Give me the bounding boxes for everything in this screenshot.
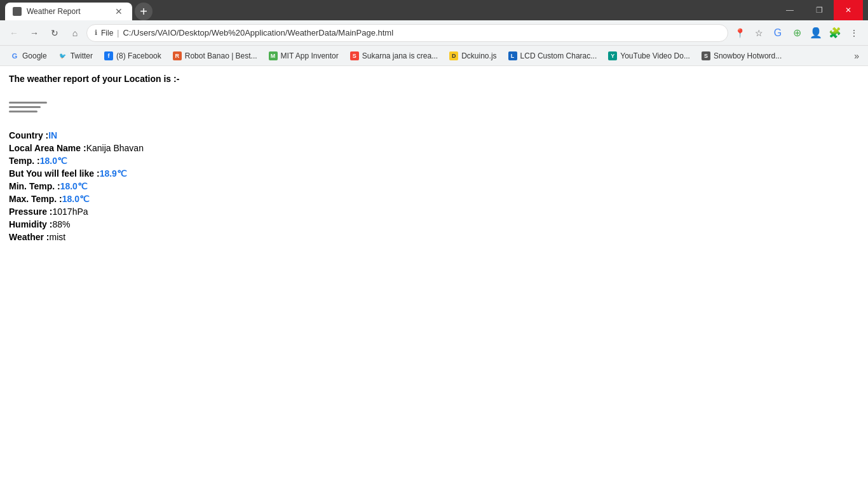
refresh-button[interactable]: ↻ <box>46 24 64 42</box>
humidity-value: 88% <box>52 219 70 229</box>
mist-line-2 <box>9 106 41 108</box>
new-tab-button[interactable]: + <box>135 3 153 20</box>
weather-row: Weather : mist <box>9 232 859 242</box>
temp-value: 18.0℃ <box>40 156 67 166</box>
facebook-favicon: f <box>104 51 113 60</box>
url-text: C:/Users/VAIO/Desktop/Web%20Application/… <box>123 28 720 37</box>
weather-label: Weather : <box>9 232 50 242</box>
bookmark-robotbanao-label: Robot Banao | Best... <box>185 51 257 60</box>
forward-button[interactable]: → <box>25 24 43 42</box>
google-favicon: G <box>10 51 19 60</box>
dckuino-favicon: D <box>449 51 458 60</box>
lcd-favicon: L <box>508 51 517 60</box>
back-button[interactable]: ← <box>5 24 23 42</box>
google-apps-button[interactable]: G <box>769 24 787 42</box>
page-content: The weather report of your Location is :… <box>0 66 868 488</box>
bookmark-facebook[interactable]: f (8) Facebook <box>99 48 166 64</box>
bookmark-lcd-label: LCD Custom Charac... <box>520 51 597 60</box>
area-label: Local Area Name : <box>9 143 86 153</box>
pressure-value: 1017hPa <box>52 207 88 217</box>
max-temp-value: 18.0℃ <box>62 194 90 204</box>
file-label: File <box>101 29 113 37</box>
bookmark-facebook-label: (8) Facebook <box>116 51 161 60</box>
bookmark-star-button[interactable]: ☆ <box>750 24 768 42</box>
tab-favicon <box>13 7 22 16</box>
min-temp-value: 18.0℃ <box>60 181 88 191</box>
temp-label: Temp. : <box>9 156 40 166</box>
tab-close-button[interactable]: ✕ <box>113 6 125 17</box>
min-temp-label: Min. Temp. : <box>9 181 60 191</box>
active-tab[interactable]: Weather Report ✕ <box>5 3 132 20</box>
bookmark-youtube-label: YouTube Video Do... <box>620 51 690 60</box>
feel-value: 18.9℃ <box>100 168 127 179</box>
url-bar[interactable]: ℹ File | C:/Users/VAIO/Desktop/Web%20App… <box>86 24 728 42</box>
bookmark-snowboy-label: Snowboy Hotword... <box>714 51 782 60</box>
mist-icon <box>9 97 859 118</box>
youtube-favicon: Y <box>608 51 617 60</box>
bookmark-snowboy[interactable]: S Snowboy Hotword... <box>696 48 787 64</box>
restore-button[interactable]: ❐ <box>804 0 834 20</box>
close-button[interactable]: ✕ <box>834 0 863 20</box>
max-temp-label: Max. Temp. : <box>9 194 62 204</box>
mist-line-3 <box>9 111 37 112</box>
mit-favicon: M <box>269 51 278 60</box>
info-icon: ℹ <box>95 29 97 37</box>
menu-button[interactable]: ⋮ <box>845 24 863 42</box>
bookmark-lcd[interactable]: L LCD Custom Charac... <box>503 48 602 64</box>
robotbanao-favicon: R <box>173 51 182 60</box>
temp-row: Temp. : 18.0℃ <box>9 156 859 166</box>
weather-data: Country : IN Local Area Name : Kanija Bh… <box>9 130 859 242</box>
min-temp-row: Min. Temp. : 18.0℃ <box>9 181 859 191</box>
bookmark-mit[interactable]: M MIT App Inventor <box>264 48 344 64</box>
page-heading: The weather report of your Location is :… <box>9 74 859 84</box>
bookmarks-more-button[interactable]: » <box>850 49 863 63</box>
country-label: Country : <box>9 130 48 140</box>
bookmark-dckuino[interactable]: D Dckuino.js <box>444 48 501 64</box>
chrome-sync-button[interactable]: ⊕ <box>788 24 806 42</box>
max-temp-row: Max. Temp. : 18.0℃ <box>9 194 859 204</box>
profile-button[interactable]: 👤 <box>807 24 825 42</box>
extension-button[interactable]: 🧩 <box>826 24 844 42</box>
address-bar-right: 📍 ☆ G ⊕ 👤 🧩 ⋮ <box>731 24 863 42</box>
bookmark-mit-label: MIT App Inventor <box>281 51 339 60</box>
home-button[interactable]: ⌂ <box>66 24 84 42</box>
weather-value: mist <box>50 232 66 242</box>
address-bar: ← → ↻ ⌂ ℹ File | C:/Users/VAIO/Desktop/W… <box>0 20 868 46</box>
sukarna-favicon: S <box>350 51 359 60</box>
pressure-label: Pressure : <box>9 207 52 217</box>
bookmark-robotbanao[interactable]: R Robot Banao | Best... <box>168 48 262 64</box>
bookmark-twitter[interactable]: 🐦 Twitter <box>53 48 98 64</box>
twitter-favicon: 🐦 <box>58 51 67 60</box>
bookmark-dckuino-label: Dckuino.js <box>461 51 496 60</box>
mist-line-1 <box>9 102 47 104</box>
country-value: IN <box>48 130 57 140</box>
bookmark-twitter-label: Twitter <box>71 51 93 60</box>
tab-strip: Weather Report ✕ + <box>5 0 775 20</box>
minimize-button[interactable]: — <box>775 0 804 20</box>
window-controls: — ❐ ✕ <box>775 0 863 20</box>
area-value: Kanija Bhavan <box>86 143 144 153</box>
bookmarks-bar: G Google 🐦 Twitter f (8) Facebook R Robo… <box>0 46 868 66</box>
country-row: Country : IN <box>9 130 859 140</box>
bookmark-sukarna-label: Sukarna jana is crea... <box>362 51 438 60</box>
bookmark-google[interactable]: G Google <box>5 48 52 64</box>
title-bar: Weather Report ✕ + — ❐ ✕ <box>0 0 868 20</box>
feel-label: But You will feel like : <box>9 168 100 179</box>
bookmark-youtube[interactable]: Y YouTube Video Do... <box>603 48 695 64</box>
bookmark-sukarna[interactable]: S Sukarna jana is crea... <box>345 48 443 64</box>
humidity-label: Humidity : <box>9 219 52 229</box>
pressure-row: Pressure : 1017hPa <box>9 207 859 217</box>
location-button[interactable]: 📍 <box>731 24 749 42</box>
feel-row: But You will feel like : 18.9℃ <box>9 168 859 179</box>
area-row: Local Area Name : Kanija Bhavan <box>9 143 859 153</box>
bookmark-google-label: Google <box>22 51 47 60</box>
tab-title: Weather Report <box>27 7 81 16</box>
humidity-row: Humidity : 88% <box>9 219 859 229</box>
weather-icon-area <box>9 93 859 121</box>
snowboy-favicon: S <box>702 51 710 60</box>
url-separator: | <box>117 29 119 37</box>
